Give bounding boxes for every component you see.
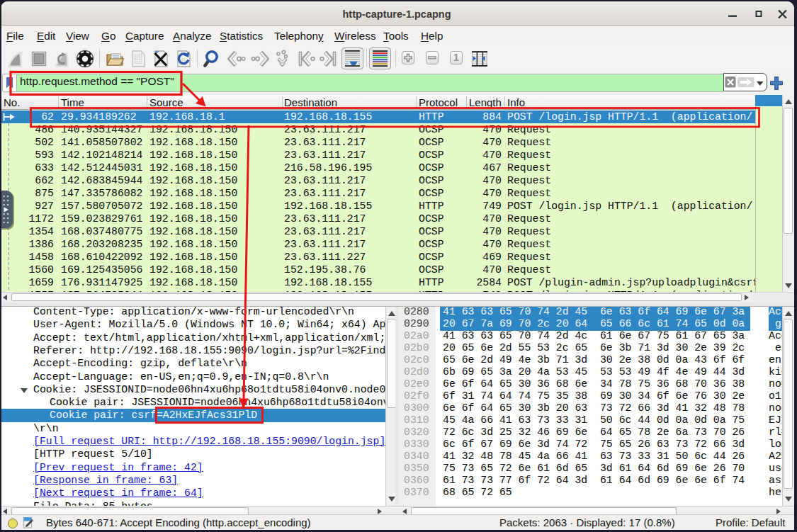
svg-text:0111: 0111 <box>134 61 142 65</box>
